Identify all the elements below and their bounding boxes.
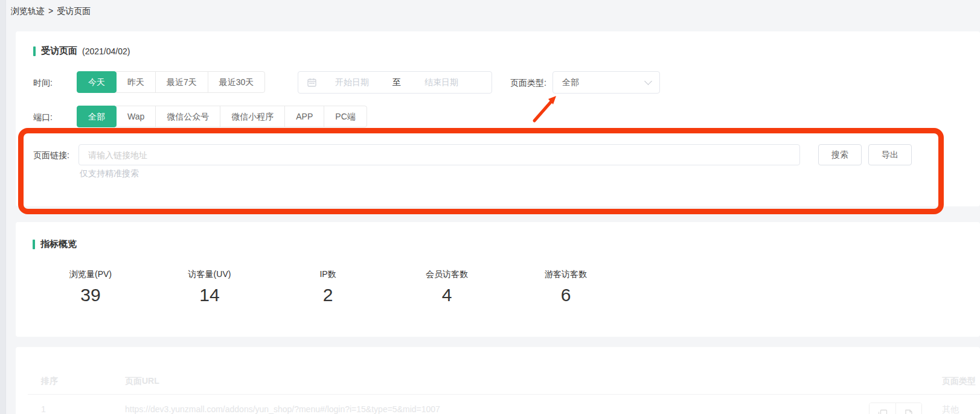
collapsed-sidebar-edge: [0, 0, 6, 414]
stat-uv: 访客量(UV) 14: [161, 269, 258, 305]
port-option-wap[interactable]: Wap: [116, 106, 156, 127]
title-date-note: (2021/04/02): [82, 46, 130, 56]
page-title: 受访页面: [41, 45, 77, 57]
stat-ip: IP数 2: [280, 269, 376, 305]
date-range-picker[interactable]: 开始日期 至 结束日期: [298, 71, 492, 94]
stat-pv-value: 39: [42, 285, 139, 305]
search-hint-text: 仅支持精准搜索: [80, 168, 139, 179]
port-option-all[interactable]: 全部: [77, 106, 117, 127]
row-url-cell: https://dev3.yunzmall.com/addons/yun_sho…: [125, 404, 440, 414]
row-action-group: [869, 403, 922, 414]
breadcrumb-current: 受访页面: [57, 6, 91, 16]
stat-member-visitors-label: 会员访客数: [399, 269, 495, 280]
breadcrumb-separator: >: [48, 6, 53, 16]
pages-table-card: 排序 页面URL 页面类型 1 https://dev3.yunzmall.co…: [16, 347, 980, 414]
breadcrumb: 浏览轨迹>受访页面: [11, 5, 91, 17]
metrics-title: 指标概览: [40, 238, 77, 250]
port-option-app[interactable]: APP: [284, 106, 324, 127]
title-accent-bar: [33, 46, 36, 56]
filter-card: 受访页面 (2021/04/02) 时间: 今天 昨天 最近7天 最近30天 开…: [16, 31, 980, 206]
column-header-url: 页面URL: [125, 376, 159, 387]
page-type-select[interactable]: 全部: [552, 71, 660, 94]
page-type-label: 页面类型:: [510, 77, 546, 89]
time-filter-group: 今天 昨天 最近7天 最近30天: [77, 71, 265, 93]
stat-guest-visitors-value: 6: [517, 285, 614, 305]
stat-member-visitors: 会员访客数 4: [399, 269, 495, 305]
stat-uv-label: 访客量(UV): [161, 269, 258, 280]
stat-guest-visitors: 游客访客数 6: [517, 269, 614, 305]
port-option-pc[interactable]: PC端: [324, 106, 367, 127]
breadcrumb-section[interactable]: 浏览轨迹: [11, 6, 45, 16]
stat-uv-value: 14: [161, 285, 258, 305]
port-filter-group: 全部 Wap 微信公众号 微信小程序 APP PC端: [77, 106, 367, 127]
time-option-last30days[interactable]: 最近30天: [208, 71, 266, 93]
document-icon[interactable]: [895, 403, 921, 414]
calendar-icon: [307, 78, 316, 87]
export-button[interactable]: 导出: [868, 144, 912, 165]
stat-ip-label: IP数: [280, 269, 376, 280]
date-range-separator: 至: [388, 77, 406, 88]
stat-ip-value: 2: [280, 285, 376, 305]
time-option-last7days[interactable]: 最近7天: [155, 71, 208, 93]
port-option-wechat-official[interactable]: 微信公众号: [155, 106, 220, 127]
metrics-card-title: 指标概览: [33, 238, 77, 250]
copy-icon[interactable]: [870, 403, 895, 414]
title-accent-bar: [33, 240, 35, 249]
row-type-cell: 其他: [942, 404, 959, 414]
column-header-rank: 排序: [41, 376, 58, 387]
time-filter-label: 时间:: [33, 77, 53, 89]
port-option-wechat-miniprogram[interactable]: 微信小程序: [220, 106, 285, 127]
filter-card-title: 受访页面 (2021/04/02): [33, 45, 130, 57]
row-rank-cell: 1: [41, 404, 46, 414]
time-option-today[interactable]: 今天: [77, 71, 117, 93]
port-filter-label: 端口:: [33, 111, 53, 123]
stat-pv: 浏览量(PV) 39: [42, 269, 139, 305]
stat-member-visitors-value: 4: [399, 285, 495, 305]
search-button[interactable]: 搜索: [818, 144, 862, 165]
page-link-input[interactable]: [78, 144, 800, 165]
start-date-placeholder[interactable]: 开始日期: [316, 77, 388, 88]
time-option-yesterday[interactable]: 昨天: [116, 71, 156, 93]
stat-pv-label: 浏览量(PV): [42, 269, 139, 280]
end-date-placeholder[interactable]: 结束日期: [406, 77, 477, 88]
table-header-divider: [28, 394, 980, 395]
page-link-label: 页面链接:: [33, 149, 69, 161]
column-header-type: 页面类型: [942, 376, 976, 387]
metrics-card: 指标概览 浏览量(PV) 39 访客量(UV) 14 IP数 2 会员访客数 4…: [16, 222, 980, 337]
stat-guest-visitors-label: 游客访客数: [517, 269, 614, 280]
page-type-selected-value: 全部: [562, 77, 645, 88]
chevron-down-icon: [644, 77, 652, 85]
